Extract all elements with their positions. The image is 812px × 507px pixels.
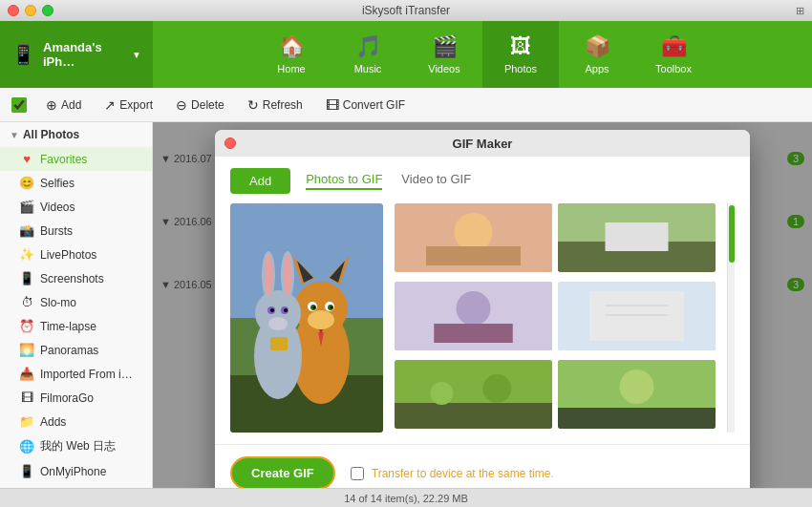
device-section[interactable]: 📱 Amanda's iPh… ▼ <box>0 21 153 88</box>
right-photos-grid <box>395 203 716 433</box>
imported-icon: 📥 <box>19 367 34 381</box>
thumbnail-3[interactable] <box>395 282 552 350</box>
nav-item-photos[interactable]: 🖼 Photos <box>482 21 559 88</box>
sidebar-item-webrizhi[interactable]: 🌐 我的 Web 日志 <box>0 433 152 459</box>
sidebar-item-onmyiphone[interactable]: 📱 OnMyiPhone <box>0 459 152 483</box>
tab-photos-to-gif[interactable]: Photos to GIF <box>306 172 382 190</box>
thumbnail-6[interactable] <box>558 360 716 429</box>
heart-icon: ♥ <box>19 152 34 166</box>
filmorago-label: FilmoraGo <box>40 391 140 405</box>
slomo-label: Slo-mo <box>40 296 140 309</box>
nav-label-apps: Apps <box>585 63 609 74</box>
svg-point-31 <box>455 213 493 251</box>
svg-point-20 <box>265 254 272 296</box>
filmorago-icon: 🎞 <box>19 391 34 405</box>
add-label: Add <box>61 98 81 112</box>
sidebar-item-favorites[interactable]: ♥ Favorites <box>0 147 152 171</box>
main-layout: ▼ All Photos ♥ Favorites 😊 Selfies 🎬 Vid… <box>0 122 812 488</box>
sidebar-item-slomo[interactable]: ⏱ Slo-mo <box>0 290 152 314</box>
svg-point-49 <box>620 370 654 404</box>
export-button[interactable]: ↗ Export <box>100 95 157 115</box>
tab-video-to-gif[interactable]: Video to GIF <box>401 172 471 190</box>
thumbnail-1[interactable] <box>395 203 552 272</box>
nav-item-toolbox[interactable]: 🧰 Toolbox <box>635 21 712 88</box>
sidebar-section-header[interactable]: ▼ All Photos <box>0 122 152 147</box>
minimize-button[interactable] <box>25 5 36 16</box>
sidebar-item-livephotos[interactable]: ✨ LivePhotos <box>0 243 152 266</box>
nav-item-videos[interactable]: 🎬 Videos <box>406 21 482 88</box>
svg-rect-38 <box>434 324 513 343</box>
adds-label: Adds <box>40 415 140 429</box>
modal-scrollbar[interactable] <box>727 203 735 433</box>
convert-gif-label: Convert GIF <box>343 98 405 112</box>
thumbnail-2[interactable] <box>558 203 716 272</box>
nav-item-apps[interactable]: 📦 Apps <box>559 21 635 88</box>
slomo-icon: ⏱ <box>19 295 34 309</box>
nav-items: 🏠 Home 🎵 Music 🎬 Videos 🖼 Photos 📦 Apps … <box>153 21 812 88</box>
svg-point-15 <box>331 306 333 309</box>
delete-button[interactable]: ⊖ Delete <box>172 95 228 115</box>
favorites-label: Favorites <box>40 153 140 166</box>
svg-rect-40 <box>589 291 684 341</box>
photos-icon: 🖼 <box>510 34 531 59</box>
modal-tabs: Photos to GIF Video to GIF <box>306 172 471 190</box>
selfies-icon: 😊 <box>19 176 34 190</box>
sidebar-item-filmorago[interactable]: 🎞 FilmoraGo <box>0 386 152 410</box>
svg-rect-48 <box>558 408 716 429</box>
onmyiphone-icon: 📱 <box>19 464 34 478</box>
livephotos-label: LivePhotos <box>40 248 140 262</box>
export-label: Export <box>119 98 153 112</box>
sidebar-item-screenshots[interactable]: 📱 Screenshots <box>0 266 152 290</box>
select-all-checkbox[interactable] <box>11 97 27 113</box>
device-name: Amanda's iPh… <box>43 40 122 69</box>
modal-body: Add Photos to GIF Video to GIF <box>215 157 750 444</box>
status-bar: 14 of 14 item(s), 22.29 MB <box>0 488 812 507</box>
nav-label-home: Home <box>277 63 305 74</box>
add-icon: ⊕ <box>46 97 57 113</box>
onmyiphone-label: OnMyiPhone <box>40 465 140 478</box>
create-gif-button[interactable]: Create GIF <box>230 456 335 488</box>
svg-point-26 <box>284 308 288 312</box>
thumbnail-5[interactable] <box>395 360 552 429</box>
nav-item-home[interactable]: 🏠 Home <box>253 21 330 88</box>
convert-gif-button[interactable]: 🎞 Convert GIF <box>322 95 409 115</box>
apps-icon: 📦 <box>585 34 610 59</box>
panoramas-icon: 🌅 <box>19 343 34 357</box>
nav-item-music[interactable]: 🎵 Music <box>330 21 406 88</box>
sidebar-item-videos[interactable]: 🎬 Videos <box>0 195 152 219</box>
device-dropdown-arrow[interactable]: ▼ <box>132 50 141 60</box>
modal-close-button[interactable] <box>224 137 236 149</box>
sidebar-item-bursts[interactable]: 📸 Bursts <box>0 219 152 243</box>
bursts-icon: 📸 <box>19 223 34 238</box>
gif-maker-modal: GIF Maker Add Photos to GIF Video to GIF <box>215 130 750 488</box>
svg-rect-35 <box>606 222 669 251</box>
svg-point-9 <box>308 310 334 329</box>
thumbnail-4[interactable] <box>558 282 716 350</box>
sidebar-item-selfies[interactable]: 😊 Selfies <box>0 171 152 195</box>
sidebar-item-panoramas[interactable]: 🌅 Panoramas <box>0 338 152 362</box>
refresh-icon: ↻ <box>247 97 259 113</box>
svg-rect-27 <box>270 337 288 350</box>
sidebar-item-timelapse[interactable]: ⏰ Time-lapse <box>0 314 152 338</box>
gif-icon: 🎞 <box>326 97 339 113</box>
sidebar-item-aa[interactable]: 🔤 Aa <box>0 483 152 488</box>
svg-point-25 <box>270 308 274 312</box>
content-area: ▼ 2016.07 3 ▼ 2016.06 1 ▼ 2016.05 <box>153 122 812 488</box>
refresh-button[interactable]: ↻ Refresh <box>244 95 307 115</box>
modal-content-area <box>230 203 735 433</box>
delete-label: Delete <box>191 98 224 112</box>
sidebar-item-adds[interactable]: 📁 Adds <box>0 410 152 433</box>
scrollbar-thumb[interactable] <box>729 205 735 263</box>
window-icon: ⊞ <box>796 5 804 17</box>
timelapse-icon: ⏰ <box>19 319 34 333</box>
add-button[interactable]: ⊕ Add <box>42 95 85 115</box>
svg-point-14 <box>313 306 316 309</box>
close-button[interactable] <box>8 5 19 16</box>
svg-point-22 <box>268 317 288 330</box>
maximize-button[interactable] <box>42 5 53 16</box>
sidebar-item-imported[interactable]: 📥 Imported From i… <box>0 362 152 386</box>
bursts-label: Bursts <box>40 224 140 238</box>
modal-add-button[interactable]: Add <box>230 168 290 194</box>
transfer-checkbox[interactable] <box>351 467 364 480</box>
videos-icon: 🎬 <box>432 34 458 59</box>
